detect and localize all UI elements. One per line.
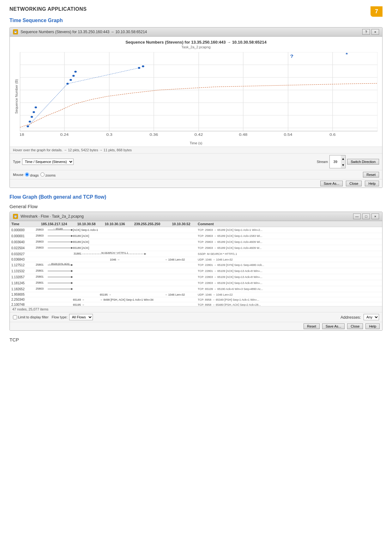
flow-reset-btn[interactable]: Reset bbox=[304, 323, 320, 329]
cell-comment1: TCP: 25803 → 65189 [ACK] Seq=1 Ack=1 Win… bbox=[198, 228, 381, 232]
svg-marker-56 bbox=[71, 241, 73, 243]
flow-window: Wireshark · Flow · Task_2a_2.pcapng — □ … bbox=[9, 212, 383, 331]
table-row: 1.127512 25801 → 65109 [SYN, ACK] TCP: 2… bbox=[10, 262, 382, 268]
tsg-window: Sequence Numbers (Stevens) for 13.35.250… bbox=[9, 27, 383, 188]
svg-marker-72 bbox=[71, 288, 73, 290]
addresses-select[interactable]: Any bbox=[364, 314, 379, 320]
svg-marker-51 bbox=[71, 229, 73, 231]
svg-marker-60 bbox=[144, 253, 146, 255]
table-row: 1.131532 25801 TCP: 22801 → 65109 [ACK] … bbox=[10, 268, 382, 274]
tcp-heading: TCP bbox=[9, 337, 383, 342]
stream-stepper[interactable]: 39 ▲ ▼ bbox=[329, 155, 346, 168]
cell-time: 2.250340 bbox=[11, 298, 35, 301]
svg-point-40 bbox=[69, 79, 72, 81]
tsg-window-controls[interactable]: ? × bbox=[362, 29, 379, 35]
cell-time: 0.032027 bbox=[11, 252, 35, 256]
tsg-help-btn[interactable]: ? bbox=[362, 29, 370, 35]
svg-point-35 bbox=[29, 121, 31, 123]
cell-empty6d: → 1046 Len=32 bbox=[165, 258, 198, 261]
flow-table-inner: Time 185.156.217.124 10.10.30.58 10.10.3… bbox=[10, 221, 382, 306]
stream-decrement[interactable]: ▼ bbox=[341, 162, 345, 168]
cell-extra4: 65189 [ACK] bbox=[73, 246, 100, 250]
chart-subtitle: Task_2a_2.pcapng bbox=[15, 45, 377, 49]
flow-close-btn[interactable]: × bbox=[371, 214, 379, 219]
flow-type-select[interactable]: All Flows bbox=[69, 314, 93, 320]
cell-comment12: UDP: 1046 → 1046 Len=22 bbox=[198, 293, 381, 296]
cell-comment11: TCP: 65109 → 65190 Ack=6 Win=3 Seq=4890 … bbox=[198, 287, 381, 291]
flow-bottom-buttons: Reset Save As... Close Help bbox=[10, 322, 382, 330]
cell-arrow1: 25803 → 65189 bbox=[35, 228, 73, 232]
chart-svg: 0 800 1600 2400 3200 4000 4800 0.18 0.24… bbox=[20, 52, 377, 141]
limit-filter-checkbox[interactable] bbox=[13, 315, 17, 319]
mouse-drags-radio[interactable] bbox=[25, 172, 29, 177]
flow-icon bbox=[13, 214, 18, 219]
table-row: 1.959005 65195 → → 1046 Len=32 UDP: 1046… bbox=[10, 292, 382, 297]
limit-filter-text: Limit to display filter bbox=[18, 315, 49, 319]
flow-save-as-btn[interactable]: Save As... bbox=[322, 323, 345, 329]
cell-time: 1.182652 bbox=[11, 287, 35, 291]
col-host3: 10.10.30.136 bbox=[100, 222, 130, 226]
table-row: 2.100748 65195 → TCP: 8958 → 65480 [PSH,… bbox=[10, 302, 382, 306]
cell-13c: → 8498 [PSH, ACK] Seq=1 Ack=1 Win=34 bbox=[100, 298, 198, 301]
cell-time: 1.181245 bbox=[11, 281, 35, 285]
cell-comment6: UDP: 1046 → 1046 Len=32 bbox=[198, 258, 381, 261]
svg-text:0.42: 0.42 bbox=[195, 133, 203, 136]
flow-close-btn[interactable]: Close bbox=[347, 323, 363, 329]
tsg-help-btn2[interactable]: Help bbox=[365, 181, 379, 186]
flow-minimize-btn[interactable]: — bbox=[353, 214, 361, 219]
flow-table-body[interactable]: 0.000000 25803 → 65189 [ACK] Seq=1 Ack=1… bbox=[10, 227, 382, 306]
cell-extra3: 65189 [ACK] bbox=[73, 240, 100, 244]
stream-input[interactable]: 39 bbox=[330, 160, 341, 164]
col-host5: 10.10.30.52 bbox=[165, 222, 198, 226]
cell-arrow11: 25803 bbox=[35, 287, 73, 291]
x-axis-label: Time (s) bbox=[15, 141, 377, 145]
svg-point-41 bbox=[72, 75, 75, 77]
chart-hover-info: Hover over the graph for details. → 12 p… bbox=[10, 147, 382, 153]
flow-help-btn[interactable]: Help bbox=[365, 323, 380, 329]
chart-controls-row2: Mouse drags zooms Reset bbox=[10, 170, 382, 179]
svg-text:*: * bbox=[346, 52, 348, 57]
mouse-drags-text: drags bbox=[30, 173, 39, 177]
mouse-zooms-text: zooms bbox=[45, 173, 56, 177]
tsg-save-as-btn[interactable]: Save As... bbox=[320, 181, 343, 186]
limit-filter-label[interactable]: Limit to display filter bbox=[13, 315, 49, 319]
cell-time: 0.000000 bbox=[11, 228, 35, 232]
cell-extra2: 65189 [ACK] bbox=[73, 234, 100, 238]
tsg-close-btn[interactable]: × bbox=[371, 29, 379, 35]
table-row: 0.003640 25803 65189 [ACK] TCP: 25803 → … bbox=[10, 239, 382, 245]
tsg-reset-btn[interactable]: Reset bbox=[363, 172, 379, 178]
stream-increment[interactable]: ▲ bbox=[341, 155, 345, 162]
type-select[interactable]: Time / Sequence (Stevens) bbox=[22, 159, 74, 165]
page-header: NETWORKING APPLICATIONS bbox=[9, 6, 383, 12]
svg-marker-63 bbox=[71, 264, 73, 266]
flow-window-controls[interactable]: — □ × bbox=[353, 214, 379, 219]
cell-comment14: TCP: 8958 → 65480 [PSH, ACK] Seq=2 Ack=2… bbox=[198, 303, 381, 306]
flow-window-title: Wireshark · Flow · Task_2a_2.pcapng bbox=[21, 214, 84, 219]
mouse-zooms-radio[interactable] bbox=[40, 172, 45, 177]
col-time: Time bbox=[11, 222, 35, 226]
table-row: 0.000001 25803 65189 [ACK] TCP: 25803 → … bbox=[10, 233, 382, 239]
cell-extra1: [ACK] Seq=1 Ack=1 bbox=[73, 228, 100, 232]
switch-direction-button[interactable]: Switch Direction bbox=[347, 159, 379, 165]
svg-text:0.54: 0.54 bbox=[284, 133, 292, 136]
mouse-drags-label: drags bbox=[25, 172, 39, 177]
tsg-titlebar: Sequence Numbers (Stevens) for 13.35.250… bbox=[10, 27, 382, 37]
svg-point-43 bbox=[138, 67, 141, 69]
flow-footer-info: 47 nodes, 25,077 items bbox=[10, 306, 382, 312]
chart-plot[interactable]: 0 800 1600 2400 3200 4000 4800 0.18 0.24… bbox=[20, 52, 377, 141]
cell-13b: 65149 → bbox=[73, 298, 100, 301]
flow-type-label: Flow type: bbox=[52, 315, 68, 319]
cell-comment9: TCP: 22803 → 65109 [ACK] Seq=13 Ack=8 Wi… bbox=[198, 275, 381, 279]
mouse-ctrl-group: Mouse drags zooms bbox=[13, 172, 56, 177]
cell-arrow7: 25801 → 65109 [SYN, ACK] bbox=[35, 263, 73, 267]
cell-time: 0.022504 bbox=[11, 246, 35, 250]
cell-comment2: TCP: 25803 → 65189 [ACK] Seq=1 Ack=1583 … bbox=[198, 234, 381, 238]
cell-time: 1.131532 bbox=[11, 269, 35, 273]
tsg-close-btn2[interactable]: Close bbox=[346, 181, 362, 186]
chart-title: Sequence Numbers (Stevens) for 13.35.250… bbox=[15, 40, 377, 45]
table-row: 1.181245 25801 TCP: 22803 → 65109 [ACK] … bbox=[10, 280, 382, 286]
wireshark-icon bbox=[13, 29, 18, 34]
svg-text:0.18: 0.18 bbox=[20, 133, 24, 136]
cell-arrow3: 25803 bbox=[35, 240, 73, 244]
flow-maximize-btn[interactable]: □ bbox=[362, 214, 370, 219]
